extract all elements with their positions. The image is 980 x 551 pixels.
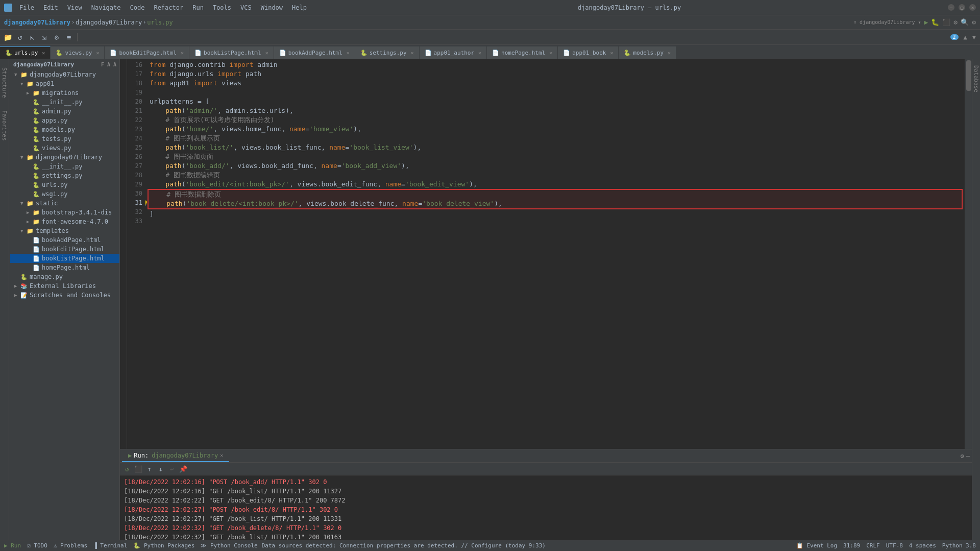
tree-item-scratches[interactable]: ▶ 📝 Scratches and Consoles bbox=[10, 291, 119, 300]
menu-view[interactable]: View bbox=[63, 3, 86, 12]
tree-item-app01[interactable]: ▼ 📁 app01 bbox=[10, 79, 119, 88]
tab-settings[interactable]: 🐍 settings.py ✕ bbox=[355, 46, 420, 59]
tree-item-djangoday-sub[interactable]: ▼ 📁 djangoday07Library bbox=[10, 153, 119, 162]
settings2-icon[interactable]: ⚙ bbox=[972, 18, 976, 26]
tree-item-book-list-html[interactable]: 📄 bookListPage.html bbox=[10, 254, 119, 263]
tree-item-apps-py[interactable]: 🐍 apps.py bbox=[10, 116, 119, 125]
tab-close-book-list[interactable]: ✕ bbox=[265, 50, 268, 56]
filter-btn[interactable]: ≡ bbox=[63, 32, 75, 43]
tab-urls-py[interactable]: 🐍 urls.py ✕ bbox=[0, 46, 51, 59]
run-tab[interactable]: ▶ Run: djangoday07Library ✕ bbox=[122, 450, 229, 462]
tree-item-views-py[interactable]: 🐍 views.py bbox=[10, 143, 119, 153]
tree-item-init-django[interactable]: 🐍 __init__.py bbox=[10, 162, 119, 171]
stop-run-button[interactable]: ⬛ bbox=[133, 464, 143, 474]
project-tool-btn[interactable]: 📁 bbox=[2, 32, 13, 43]
chevron-down-icon[interactable]: ▼ bbox=[972, 34, 976, 41]
menu-window[interactable]: Window bbox=[257, 3, 287, 12]
tab-views-py[interactable]: 🐍 views.py ✕ bbox=[51, 46, 105, 59]
breadcrumb-folder[interactable]: djangoday07Library bbox=[76, 19, 142, 26]
tree-item-migrations[interactable]: ▶ 📁 migrations bbox=[10, 88, 119, 98]
todo-status[interactable]: ☑ TODO bbox=[27, 542, 47, 549]
tab-models-py[interactable]: 🐍 models.py ✕ bbox=[619, 46, 676, 59]
settings-icon[interactable]: ⚙ bbox=[953, 18, 958, 26]
encoding-status[interactable]: UTF-8 bbox=[886, 542, 903, 549]
problems-status[interactable]: ⚠ Problems bbox=[54, 542, 87, 549]
tab-close-views[interactable]: ✕ bbox=[96, 50, 99, 56]
gear-icon[interactable]: ⚙ bbox=[51, 32, 62, 43]
minimize-bottom-icon[interactable]: — bbox=[966, 452, 970, 460]
menu-edit[interactable]: Edit bbox=[39, 3, 62, 12]
pin-button[interactable]: 📌 bbox=[178, 464, 188, 474]
terminal-status[interactable]: ▐ Terminal bbox=[93, 542, 127, 549]
database-tab[interactable]: Database bbox=[972, 61, 980, 97]
tree-item-wsgi-py[interactable]: 🐍 wsgi.py bbox=[10, 189, 119, 199]
tab-close-homepage[interactable]: ✕ bbox=[549, 50, 552, 56]
tree-item-book-add-html[interactable]: 📄 bookAddPage.html bbox=[10, 235, 119, 245]
tree-item-models-py[interactable]: 🐍 models.py bbox=[10, 125, 119, 134]
run-status[interactable]: ▶ Run bbox=[4, 542, 21, 549]
tree-item-fontawesome[interactable]: ▶ 📁 font-awesome-4.7.0 bbox=[10, 217, 119, 226]
tree-item-book-edit-html[interactable]: 📄 bookEditPage.html bbox=[10, 245, 119, 254]
scroll-down-button[interactable]: ↓ bbox=[156, 464, 166, 474]
hint-badge[interactable]: 2 bbox=[950, 34, 959, 40]
indent-status[interactable]: 4 spaces bbox=[909, 542, 936, 549]
menu-help[interactable]: Help bbox=[288, 3, 311, 12]
tab-homepage[interactable]: 📄 homePage.html ✕ bbox=[487, 46, 558, 59]
menu-navigate[interactable]: Navigate bbox=[87, 3, 125, 12]
tree-item-static[interactable]: ▼ 📁 static bbox=[10, 199, 119, 208]
menu-code[interactable]: Code bbox=[126, 3, 149, 12]
search-icon[interactable]: 🔍 bbox=[961, 18, 969, 26]
debug-button[interactable]: 🐛 bbox=[931, 18, 939, 26]
tree-item-admin-py[interactable]: 🐍 admin.py bbox=[10, 107, 119, 116]
run-button[interactable]: ▶ bbox=[924, 18, 928, 26]
editor-scrollbar[interactable] bbox=[965, 59, 972, 449]
tree-item-djangoday-root[interactable]: ▼ 📁 djangoday07Library bbox=[10, 70, 119, 79]
code-content[interactable]: from django.contrib import admin from dj… bbox=[145, 59, 965, 449]
tree-item-manage-py[interactable]: 🐍 manage.py bbox=[10, 272, 119, 281]
tab-app01-book[interactable]: 📄 app01_book ✕ bbox=[558, 46, 619, 59]
menu-refactor[interactable]: Refactor bbox=[150, 3, 187, 12]
tree-item-urls-py[interactable]: 🐍 urls.py bbox=[10, 180, 119, 189]
tab-close-models[interactable]: ✕ bbox=[668, 50, 671, 56]
breadcrumb-project[interactable]: djangoday07Library bbox=[4, 19, 70, 26]
tab-close-app01-author[interactable]: ✕ bbox=[478, 50, 481, 56]
position-status[interactable]: 31:89 bbox=[843, 542, 860, 549]
python-packages-status[interactable]: 🐍 Python Packages bbox=[133, 542, 194, 549]
expand-all-btn[interactable]: ⇲ bbox=[39, 32, 50, 43]
tree-item-ext-libs[interactable]: ▶ 📚 External Libraries bbox=[10, 281, 119, 291]
tab-close-book-edit[interactable]: ✕ bbox=[181, 50, 184, 56]
menu-vcs[interactable]: VCS bbox=[236, 3, 256, 12]
language-status[interactable]: Python 3.8 bbox=[942, 542, 976, 549]
event-log-status[interactable]: 📋 Event Log bbox=[796, 542, 837, 549]
tab-book-list[interactable]: 📄 bookListPage.html ✕ bbox=[189, 46, 274, 59]
crlf-status[interactable]: CRLF bbox=[866, 542, 880, 549]
reload-btn[interactable]: ↺ bbox=[14, 32, 26, 43]
rerun-button[interactable]: ↺ bbox=[122, 464, 132, 474]
tree-item-init-app01[interactable]: 🐍 __init__.py bbox=[10, 98, 119, 107]
tree-item-settings-py[interactable]: 🐍 settings.py bbox=[10, 171, 119, 180]
python-console-status[interactable]: ≫ Python Console bbox=[201, 542, 257, 549]
favorites-tab[interactable]: Favorites bbox=[0, 106, 9, 145]
menu-tools[interactable]: Tools bbox=[209, 3, 235, 12]
tree-item-homepage-html[interactable]: 📄 homePage.html bbox=[10, 263, 119, 272]
tree-item-tests-py[interactable]: 🐍 tests.py bbox=[10, 134, 119, 143]
run-tab-close[interactable]: ✕ bbox=[220, 452, 223, 458]
settings-icon-bottom[interactable]: ⚙ bbox=[961, 452, 964, 460]
menu-file[interactable]: File bbox=[15, 3, 38, 12]
tab-close-app01-book[interactable]: ✕ bbox=[610, 50, 613, 56]
tab-close-settings[interactable]: ✕ bbox=[411, 50, 414, 56]
scroll-up-button[interactable]: ↑ bbox=[144, 464, 155, 474]
close-button[interactable]: ✕ bbox=[969, 4, 976, 11]
tree-item-templates[interactable]: ▼ 📁 templates bbox=[10, 226, 119, 235]
maximize-button[interactable]: □ bbox=[959, 4, 965, 11]
menu-run[interactable]: Run bbox=[188, 3, 208, 12]
chevron-up-icon[interactable]: ▲ bbox=[964, 34, 967, 41]
minimize-button[interactable]: — bbox=[948, 4, 954, 11]
tab-close-urls[interactable]: ✕ bbox=[42, 50, 45, 56]
collapse-all-btn[interactable]: ⇱ bbox=[27, 32, 38, 43]
wrap-button[interactable]: ↩ bbox=[167, 464, 177, 474]
tab-book-add[interactable]: 📄 bookAddPage.html ✕ bbox=[274, 46, 355, 59]
breadcrumb-file[interactable]: urls.py bbox=[147, 19, 173, 26]
tab-book-edit[interactable]: 📄 bookEditPage.html ✕ bbox=[105, 46, 189, 59]
structure-tab[interactable]: Structure bbox=[0, 63, 9, 102]
